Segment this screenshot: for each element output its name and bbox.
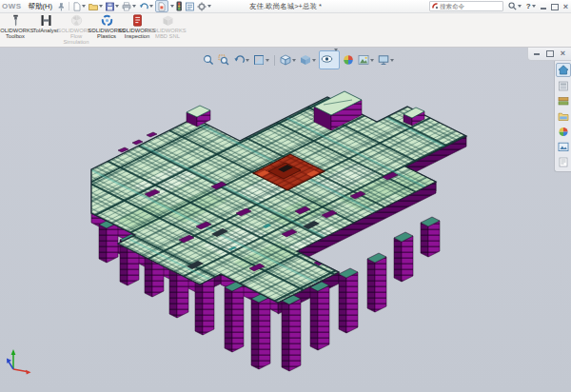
- select-page-icon: [158, 2, 166, 11]
- chevron-down-icon: [292, 59, 296, 62]
- taskpane-appearances-button[interactable]: [557, 126, 570, 138]
- coordinate-triad: [5, 344, 33, 375]
- doc-close-button[interactable]: ×: [561, 49, 565, 58]
- addin-plastics[interactable]: SOLIDWORKS Plastics: [91, 12, 122, 47]
- toolbar-separator: [69, 2, 69, 10]
- taskpane-custom-properties-button[interactable]: [557, 156, 570, 168]
- scene-picture-icon: [358, 54, 369, 66]
- taskpane-design-library-button[interactable]: [557, 95, 570, 108]
- title-bar: OWS 帮助(H): [0, 0, 571, 13]
- chevron-down-icon: [246, 59, 249, 62]
- chevron-down-icon: [266, 59, 269, 62]
- minimize-button[interactable]: [541, 8, 546, 10]
- flow-simulation-icon: [70, 14, 83, 27]
- chevron-down-icon: [518, 5, 522, 8]
- chevron-down-icon: [149, 5, 153, 8]
- quick-access-toolbar: [72, 0, 212, 12]
- 3d-model-assembly[interactable]: [0, 48, 571, 392]
- rebuild-button[interactable]: [175, 1, 184, 12]
- section-cube-icon: [253, 54, 265, 66]
- options-button[interactable]: [196, 1, 212, 12]
- chevron-down-icon: [115, 5, 119, 8]
- file-properties-button[interactable]: [185, 1, 195, 12]
- task-pane: [554, 59, 571, 172]
- previous-view-arrow-icon: [233, 54, 245, 66]
- magnifier-icon: [203, 54, 214, 66]
- monitor-icon: [378, 54, 389, 66]
- view-orientation-button[interactable]: [279, 54, 297, 66]
- new-button[interactable]: [72, 1, 87, 12]
- taskpane-file-explorer-button[interactable]: [557, 110, 570, 123]
- view-cube-icon: [280, 54, 291, 66]
- save-button[interactable]: [105, 1, 120, 12]
- folder-icon: [558, 111, 569, 122]
- x-axis: [13, 369, 27, 372]
- addin-solidworks-toolbox[interactable]: SOLIDWORKS Toolbox: [0, 12, 30, 47]
- undo-arrow-icon: [139, 2, 148, 11]
- open-button[interactable]: [88, 1, 104, 12]
- chevron-down-icon: [170, 5, 174, 8]
- undo-button[interactable]: [138, 1, 154, 12]
- view-settings-button[interactable]: [377, 54, 395, 66]
- toolbar-separator: [274, 55, 275, 66]
- plastics-icon: [101, 14, 113, 27]
- taskpane-solidworks-resources-button[interactable]: [557, 80, 570, 92]
- edit-appearance-button[interactable]: [342, 54, 355, 66]
- pin-icon[interactable]: [56, 1, 66, 12]
- addin-inspection[interactable]: SOLIDWORKS Inspection: [122, 12, 152, 47]
- doc-restore-button[interactable]: [546, 50, 554, 57]
- zoom-to-fit-button[interactable]: [202, 54, 215, 66]
- mbd-cube-icon: [162, 14, 174, 27]
- command-manager-ribbon: SOLIDWORKS Toolbox TolAnalyst SOLIDWORKS…: [0, 12, 571, 48]
- section-view-button[interactable]: [252, 54, 270, 66]
- magnifier-icon: [508, 2, 517, 10]
- restore-button[interactable]: [551, 4, 559, 10]
- solidworks-logo-fragment: OWS: [2, 2, 22, 10]
- hide-show-items-button[interactable]: [319, 50, 340, 69]
- chevron-down-icon: [207, 5, 211, 8]
- open-folder-icon: [89, 2, 98, 11]
- graphics-viewport[interactable]: ×: [0, 48, 571, 392]
- zoom-to-area-button[interactable]: [217, 54, 230, 66]
- taskpane-view-palette-button[interactable]: [557, 141, 570, 153]
- toolbox-icon: [10, 14, 22, 27]
- appearance-sphere-icon: [343, 54, 354, 66]
- select-button[interactable]: [155, 0, 168, 12]
- resources-icon: [558, 81, 569, 91]
- printer-icon: [122, 2, 131, 11]
- doc-minimize-button[interactable]: [534, 53, 540, 55]
- display-style-button[interactable]: [299, 54, 317, 66]
- document-window-controls: ×: [527, 48, 571, 61]
- search-input[interactable]: [438, 3, 501, 10]
- previous-view-button[interactable]: [232, 54, 250, 66]
- titlebar-right-controls: ? ×: [429, 1, 568, 11]
- new-document-icon: [73, 2, 81, 11]
- chevron-down-icon: [99, 5, 103, 8]
- inspection-icon: [131, 14, 144, 27]
- chevron-down-icon: [390, 59, 394, 62]
- view-palette-icon: [558, 142, 569, 152]
- close-button[interactable]: ×: [563, 2, 568, 11]
- search-options-button[interactable]: [508, 2, 522, 10]
- home-icon: [558, 65, 569, 75]
- addin-tolanalyst[interactable]: TolAnalyst: [30, 12, 61, 47]
- design-library-icon: [558, 96, 569, 107]
- print-button[interactable]: [121, 1, 137, 12]
- eye-icon: [321, 53, 333, 65]
- chevron-down-icon: [334, 49, 338, 68]
- properties-document-icon: [558, 157, 569, 167]
- chevron-down-icon: [132, 5, 136, 8]
- menu-help[interactable]: 帮助(H): [25, 2, 56, 11]
- chevron-down-icon: [312, 59, 316, 62]
- taskpane-home-button[interactable]: [556, 63, 571, 77]
- gear-icon: [197, 2, 207, 11]
- chevron-down-icon: [370, 59, 374, 62]
- traffic-light-icon: [176, 1, 183, 11]
- help-button[interactable]: ?: [526, 2, 536, 10]
- tolanalyst-icon: [40, 14, 52, 27]
- document-title: 友佳.欧尚名城>+总装 *: [249, 2, 322, 11]
- file-properties-icon: [186, 2, 194, 11]
- heads-up-view-toolbar: [202, 50, 395, 69]
- apply-scene-button[interactable]: [357, 54, 375, 66]
- save-disk-icon: [106, 2, 114, 11]
